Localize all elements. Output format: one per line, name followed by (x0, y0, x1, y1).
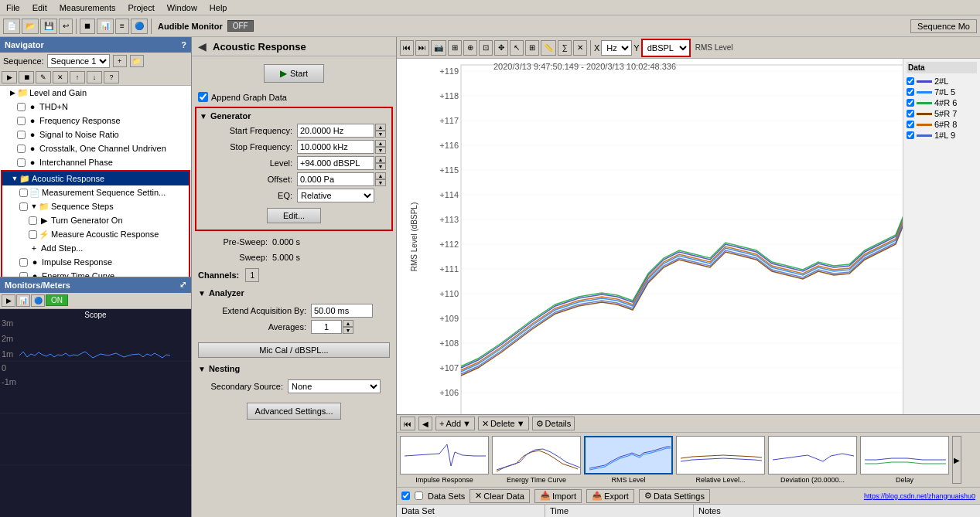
graph-grid-btn[interactable]: ⊞ (525, 40, 539, 56)
off-toggle[interactable]: OFF (227, 20, 254, 32)
tree-item-interchannel[interactable]: ● Interchannel Phase (0, 155, 191, 169)
graph-svg-container[interactable]: +119 +118 +117 +116 +115 +114 +113 (432, 59, 903, 414)
tree-item-crosstalk[interactable]: ● Crosstalk, One Channel Undriven (0, 141, 191, 155)
sequence-select[interactable]: Sequence 1 (47, 54, 110, 68)
datasets-check[interactable] (401, 491, 410, 500)
edit-btn[interactable]: Edit... (267, 208, 321, 223)
y-unit-select[interactable]: dBSPL (643, 40, 689, 56)
start-freq-input[interactable] (297, 124, 374, 138)
tree-item-energy[interactable]: ● Energy Time Curve (2, 269, 189, 277)
thumb-add-btn[interactable]: + Add ▼ (435, 417, 475, 430)
graph-btn2[interactable]: ≡ (115, 19, 129, 34)
tree-item-impulse[interactable]: ● Impulse Response (2, 255, 189, 269)
thumb-prev-btn[interactable]: ◀ (418, 417, 432, 430)
stop-freq-input[interactable] (297, 140, 374, 154)
export-btn[interactable]: 📤 Export (586, 489, 634, 503)
tree-item-meas-acoustic[interactable]: ⚡ Measure Acoustic Response (2, 227, 189, 241)
menu-window[interactable]: Window (161, 2, 203, 14)
thumb-scroll-right[interactable]: ▶ (952, 436, 961, 484)
tree-toggle-acoustic[interactable]: ▼ (10, 174, 19, 183)
check-turn-gen[interactable] (29, 216, 37, 225)
nav-add-btn[interactable]: + (113, 55, 127, 67)
graph-copy-btn[interactable]: ⊞ (448, 40, 462, 56)
averages-input[interactable] (311, 320, 342, 334)
append-checkbox[interactable] (198, 92, 208, 102)
legend-check-3[interactable] (907, 110, 914, 117)
secondary-source-select[interactable]: None (288, 379, 381, 393)
graph-pan-btn[interactable]: ✥ (494, 40, 508, 56)
stop-freq-down[interactable]: ▼ (375, 147, 386, 154)
thumb-energy[interactable]: Energy Time Curve (492, 436, 581, 484)
mon-on-btn[interactable]: ON (46, 294, 68, 306)
tree-item-turn-gen[interactable]: ▶ Turn Generator On (2, 213, 189, 227)
nav-help-icon[interactable]: ? (181, 40, 186, 49)
tree-toggle-level-gain[interactable]: ▶ (8, 88, 17, 97)
check-interchannel[interactable] (17, 158, 26, 167)
mic-cal-btn[interactable]: Mic Cal / dBSPL... (198, 342, 390, 358)
bluetooth-btn[interactable]: 🔵 (131, 19, 148, 34)
level-input[interactable] (297, 156, 374, 170)
menu-file[interactable]: File (0, 2, 26, 14)
tree-item-seq-steps[interactable]: ▼ 📁 Sequence Steps (2, 199, 189, 213)
tree-item-level-gain[interactable]: ▶ 📁 Level and Gain (0, 86, 191, 100)
graph-cam-btn[interactable]: 📷 (431, 40, 446, 56)
tree-toggle-seq-steps[interactable]: ▼ (29, 202, 39, 211)
graph-zoom-btn[interactable]: ⊕ (463, 40, 477, 56)
thumb-delay[interactable]: Delay (860, 436, 949, 484)
tree-item-add-step[interactable]: + Add Step... (2, 241, 189, 255)
save-btn[interactable]: 💾 (40, 19, 57, 34)
datasets-check2[interactable] (415, 491, 423, 500)
stop-btn[interactable]: ⏹ (80, 19, 95, 34)
thumb-impulse[interactable]: Impulse Response (400, 436, 489, 484)
check-meas-acoustic[interactable] (29, 230, 37, 239)
mon-chart-btn[interactable]: 📊 (16, 294, 30, 307)
analyzer-collapse-icon[interactable]: ▼ (198, 289, 206, 298)
check-thdn[interactable] (17, 103, 26, 111)
mon-bluetooth-btn[interactable]: 🔵 (31, 294, 45, 307)
tree-item-freq-resp[interactable]: ● Frequency Response (0, 114, 191, 128)
check-meas-seq[interactable] (19, 189, 28, 197)
start-btn[interactable]: ▶ Start (264, 64, 324, 83)
tree-item-snr[interactable]: ● Signal to Noise Ratio (0, 128, 191, 141)
graph-first-btn[interactable]: ⏮ (400, 40, 414, 56)
thumb-rms[interactable]: RMS Level (584, 436, 673, 484)
legend-check-1[interactable] (907, 88, 914, 96)
menu-help[interactable]: Help (203, 2, 234, 14)
legend-check-4[interactable] (907, 121, 914, 128)
legend-check-2[interactable] (907, 99, 914, 107)
graph-btn1[interactable]: 📊 (97, 19, 114, 34)
url-link[interactable]: https://blog.csdn.net/zhangnuaishu0 (864, 492, 975, 500)
nav-edit-btn[interactable]: ✎ (36, 71, 51, 83)
monitors-expand-icon[interactable]: ⤢ (179, 280, 186, 290)
menu-measurements[interactable]: Measurements (53, 2, 122, 14)
adv-settings-btn[interactable]: Advanced Settings... (247, 403, 342, 420)
undo-btn[interactable]: ↩ (59, 19, 73, 34)
thumb-details-btn[interactable]: ⚙ Details (532, 417, 575, 430)
back-btn[interactable]: ◀ (198, 40, 207, 53)
channel-1-btn[interactable]: 1 (245, 268, 259, 282)
start-freq-down[interactable]: ▼ (375, 131, 386, 138)
check-seq-steps[interactable] (19, 202, 28, 211)
generator-collapse-icon[interactable]: ▼ (200, 112, 207, 121)
avg-down[interactable]: ▼ (343, 327, 353, 334)
check-impulse[interactable] (19, 258, 28, 267)
nav-play-btn[interactable]: ▶ (2, 71, 17, 83)
nav-folder-btn[interactable]: 📁 (130, 55, 144, 67)
legend-check-5[interactable] (907, 131, 914, 139)
main-chart-svg[interactable]: +119 +118 +117 +116 +115 +114 +113 (432, 59, 903, 414)
level-down[interactable]: ▼ (375, 163, 386, 170)
new-btn[interactable]: 📄 (3, 19, 20, 34)
data-settings-btn[interactable]: ⚙ Data Settings (639, 489, 710, 503)
avg-up[interactable]: ▲ (343, 320, 353, 327)
check-snr[interactable] (17, 131, 26, 139)
offset-up[interactable]: ▲ (375, 172, 386, 179)
nesting-collapse-icon[interactable]: ▼ (198, 365, 206, 373)
nav-stop-btn[interactable]: ⏹ (19, 71, 34, 83)
graph-prev-btn[interactable]: ⏭ (415, 40, 429, 56)
check-energy[interactable] (19, 272, 28, 277)
nav-up-btn[interactable]: ↑ (70, 71, 85, 83)
tree-item-meas-seq[interactable]: 📄 Measurement Sequence Settin... (2, 185, 189, 199)
sequence-mo-btn[interactable]: Sequence Mo (910, 19, 977, 33)
extend-input[interactable] (311, 304, 373, 318)
offset-input[interactable] (297, 172, 374, 186)
